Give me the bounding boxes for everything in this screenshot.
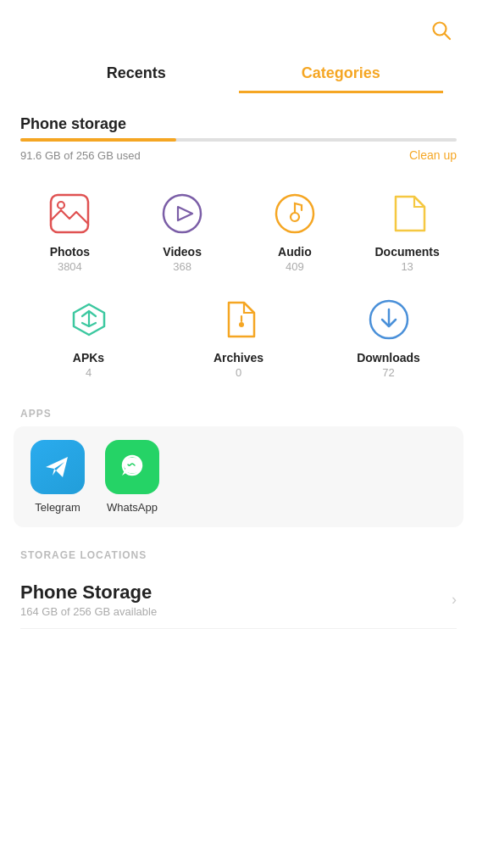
storage-location-title: Phone Storage xyxy=(20,581,157,604)
categories-grid-row1: Photos 3804 Videos 368 Audio 409 xyxy=(0,165,477,288)
category-name-apks: APKs xyxy=(73,351,104,364)
apps-section-label: APPS xyxy=(0,399,477,426)
category-item-documents[interactable]: Documents 13 xyxy=(351,182,463,280)
category-item-downloads[interactable]: Downloads 72 xyxy=(313,288,463,386)
search-icon xyxy=(430,19,452,42)
storage-title: Phone storage xyxy=(20,115,457,133)
app-item-telegram[interactable]: Telegram xyxy=(31,440,85,514)
photos-icon xyxy=(45,189,94,238)
storage-location-info: Phone Storage 164 GB of 256 GB available xyxy=(20,581,157,618)
category-item-audio[interactable]: Audio 409 xyxy=(239,182,352,280)
category-name-videos: Videos xyxy=(163,245,202,259)
category-name-photos: Photos xyxy=(50,245,90,259)
audio-icon xyxy=(270,189,319,238)
category-count-archives: 0 xyxy=(236,366,241,379)
svg-point-7 xyxy=(291,213,299,221)
archives-icon xyxy=(214,295,263,344)
telegram-icon xyxy=(31,440,85,494)
category-count-documents: 13 xyxy=(401,260,413,273)
storage-location-item-phone[interactable]: Phone Storage 164 GB of 256 GB available… xyxy=(20,576,457,629)
storage-used-text: 91.6 GB of 256 GB used xyxy=(20,149,141,162)
categories-grid-row2: APKs 4 Archives 0 Downloads 72 xyxy=(0,288,477,399)
storage-locations-section: Phone Storage 164 GB of 256 GB available… xyxy=(0,568,477,629)
apps-container: Telegram WhatsApp xyxy=(14,426,463,527)
cleanup-button[interactable]: Clean up xyxy=(409,148,457,162)
category-name-downloads: Downloads xyxy=(357,351,420,364)
category-item-videos[interactable]: Videos 368 xyxy=(126,182,239,280)
category-name-archives: Archives xyxy=(214,351,263,364)
category-count-photos: 3804 xyxy=(58,260,82,273)
apks-icon xyxy=(64,295,114,344)
svg-marker-5 xyxy=(178,207,192,220)
storage-locations-label: STORAGE LOCATIONS xyxy=(0,541,477,568)
category-item-archives[interactable]: Archives 0 xyxy=(164,288,313,386)
storage-bar-fill xyxy=(20,138,176,142)
category-count-audio: 409 xyxy=(286,260,304,273)
app-item-whatsapp[interactable]: WhatsApp xyxy=(105,440,159,514)
videos-icon xyxy=(158,189,207,238)
header xyxy=(0,0,477,54)
whatsapp-icon xyxy=(105,440,159,494)
category-count-videos: 368 xyxy=(173,260,191,273)
phone-storage-section: Phone storage 91.6 GB of 256 GB used Cle… xyxy=(0,102,477,162)
svg-line-1 xyxy=(445,34,451,40)
category-item-apks[interactable]: APKs 4 xyxy=(14,288,164,386)
downloads-icon xyxy=(364,295,413,344)
category-item-photos[interactable]: Photos 3804 xyxy=(14,182,126,280)
category-name-documents: Documents xyxy=(375,245,440,259)
category-name-audio: Audio xyxy=(278,245,312,259)
category-count-apks: 4 xyxy=(86,366,92,379)
svg-point-4 xyxy=(164,195,201,232)
svg-point-3 xyxy=(58,202,64,209)
app-name-telegram: Telegram xyxy=(35,501,80,514)
app-name-whatsapp: WhatsApp xyxy=(107,501,158,514)
tab-categories[interactable]: Categories xyxy=(239,54,444,93)
category-count-downloads: 72 xyxy=(382,366,394,379)
chevron-right-icon: › xyxy=(452,591,457,609)
documents-icon xyxy=(383,189,432,238)
storage-location-subtitle: 164 GB of 256 GB available xyxy=(20,605,157,618)
tab-bar: Recents Categories xyxy=(0,54,477,93)
storage-bar xyxy=(20,138,457,142)
tab-recents[interactable]: Recents xyxy=(34,54,239,93)
storage-info-row: 91.6 GB of 256 GB used Clean up xyxy=(20,148,457,162)
svg-point-8 xyxy=(239,322,244,327)
search-button[interactable] xyxy=(426,15,457,46)
